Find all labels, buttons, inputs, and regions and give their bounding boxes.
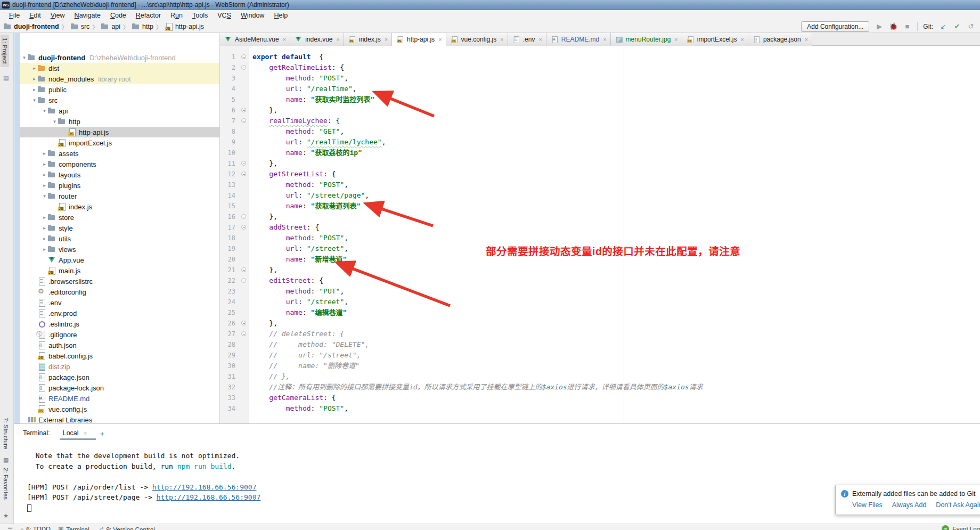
chevron-expanded-icon[interactable]: ▾ bbox=[42, 193, 47, 199]
tab-http-api.js[interactable]: http-api.js× bbox=[392, 33, 446, 46]
menu-item-file[interactable]: File bbox=[4, 12, 24, 19]
chevron-expanded-icon[interactable]: ▾ bbox=[21, 55, 27, 60]
status-item-menu[interactable]: ☰ bbox=[7, 526, 13, 530]
chevron-expanded-icon[interactable]: ▾ bbox=[31, 97, 37, 103]
tree-item-external-libraries[interactable]: External Libraries bbox=[20, 414, 219, 423]
code-line[interactable]: }, bbox=[252, 105, 838, 116]
code-line[interactable]: name: "获取荔枝的ip" bbox=[252, 148, 838, 158]
code-line[interactable]: method: "POST", bbox=[252, 403, 838, 414]
close-icon[interactable]: × bbox=[337, 36, 340, 43]
tree-item-.gitignore[interactable]: .gitignore bbox=[20, 329, 219, 340]
tree-item-readme.md[interactable]: README.md bbox=[20, 393, 219, 404]
tree-item-.env.prod[interactable]: .env.prod bbox=[20, 308, 219, 319]
code-line[interactable]: getRealTimeList: { bbox=[252, 62, 838, 73]
code-line[interactable]: // }, bbox=[252, 371, 838, 382]
chevron-collapsed-icon[interactable]: ▸ bbox=[42, 151, 47, 156]
code-line[interactable]: url: "/street/page", bbox=[252, 190, 838, 201]
fold-marker-icon[interactable] bbox=[241, 161, 246, 166]
tree-item-api[interactable]: ▾api bbox=[20, 105, 219, 116]
tab-index.js[interactable]: index.js× bbox=[344, 33, 392, 46]
code-line[interactable]: // url: "/street", bbox=[252, 350, 838, 361]
code-line[interactable]: }, bbox=[252, 158, 838, 169]
tree-item-utils[interactable]: ▸utils bbox=[20, 233, 219, 244]
notification-link-view-files[interactable]: View Files bbox=[852, 501, 883, 509]
code-line[interactable]: }, bbox=[252, 211, 838, 222]
tree-item-public[interactable]: ▸public bbox=[20, 84, 219, 95]
code-line[interactable]: method: "GET", bbox=[252, 126, 838, 137]
terminal-link[interactable]: http://192.168.66.56:9007 bbox=[152, 483, 257, 491]
code-line[interactable]: getStreetList: { bbox=[252, 169, 838, 180]
tree-item-package.json[interactable]: package.json bbox=[20, 372, 219, 382]
close-icon[interactable]: × bbox=[438, 36, 442, 43]
fold-marker-icon[interactable] bbox=[241, 278, 246, 283]
tree-item-assets[interactable]: ▸assets bbox=[20, 148, 219, 159]
tree-item-auth.json[interactable]: auth.json bbox=[20, 340, 219, 350]
status-item-6--todo[interactable]: ≡6: TODO bbox=[20, 526, 51, 530]
code-line[interactable]: }, bbox=[252, 318, 838, 329]
run-icon[interactable]: ▶ bbox=[875, 22, 884, 30]
tree-item-importexcel.js[interactable]: importExcel.js bbox=[20, 137, 219, 148]
sidebar-item-favorites[interactable]: 2: Favorites bbox=[3, 468, 9, 500]
tree-item-node-modules[interactable]: ▸node_moduleslibrary root bbox=[20, 74, 219, 84]
chevron-expanded-icon[interactable]: ▾ bbox=[42, 108, 47, 113]
tree-item-style[interactable]: ▸style bbox=[20, 223, 219, 233]
code-line[interactable]: // method: "DELETE", bbox=[252, 339, 838, 350]
tree-item-main.js[interactable]: main.js bbox=[20, 265, 219, 276]
tree-item-babel.config.js[interactable]: babel.config.js bbox=[20, 350, 219, 361]
new-terminal-session-button[interactable]: + bbox=[100, 429, 105, 438]
fold-marker-icon[interactable] bbox=[241, 172, 246, 176]
breadcrumb-item-src[interactable]: src bbox=[70, 22, 90, 31]
tree-item-dist.zip[interactable]: dist.zip bbox=[20, 361, 219, 372]
tab-package.json[interactable]: package.json× bbox=[748, 33, 812, 46]
status-item-9--version-control[interactable]: ⎇9: Version Control bbox=[97, 526, 155, 530]
chevron-collapsed-icon[interactable]: ▸ bbox=[42, 247, 47, 252]
fold-marker-icon[interactable] bbox=[241, 214, 246, 219]
history-icon[interactable]: ↺ bbox=[966, 22, 976, 30]
commit-icon[interactable]: ✔ bbox=[952, 22, 962, 30]
tab-menurouter.jpg[interactable]: menuRouter.jpg× bbox=[611, 33, 682, 46]
code-line[interactable]: method: "PUT", bbox=[252, 286, 838, 297]
breadcrumb-item-api[interactable]: api bbox=[101, 22, 120, 31]
terminal-link[interactable]: http://192.168.66.56:9007 bbox=[157, 493, 261, 501]
menu-item-code[interactable]: Code bbox=[105, 12, 131, 19]
code-line[interactable]: name: "获取实时监控列表" bbox=[252, 94, 838, 105]
close-icon[interactable]: × bbox=[500, 36, 503, 43]
chevron-expanded-icon[interactable]: ▾ bbox=[52, 119, 58, 124]
code-line[interactable]: //注释：所有用到删除的接口都需要拼接变量id，所以请求方式采用了挂载在原型链上… bbox=[252, 382, 838, 393]
code-line[interactable]: // deleteStreet: { bbox=[252, 329, 838, 339]
fold-marker-icon[interactable] bbox=[241, 118, 246, 123]
code-line[interactable]: url: "/realTime", bbox=[252, 84, 838, 94]
code-line[interactable]: realTimeLychee: { bbox=[252, 116, 838, 126]
code-line[interactable]: method: "POST", bbox=[252, 233, 838, 243]
fold-marker-icon[interactable] bbox=[241, 225, 246, 230]
close-icon[interactable]: × bbox=[283, 36, 286, 43]
close-icon[interactable]: × bbox=[674, 36, 677, 43]
tree-item-layouts[interactable]: ▸layouts bbox=[20, 169, 219, 180]
tree-item-vue.config.js[interactable]: vue.config.js bbox=[20, 404, 219, 414]
event-log-button[interactable]: 2 Event Log bbox=[942, 525, 980, 530]
sidebar-item-project[interactable]: 1: Project bbox=[1, 35, 9, 67]
fold-marker-icon[interactable] bbox=[241, 321, 246, 325]
chevron-collapsed-icon[interactable]: ▸ bbox=[42, 172, 47, 177]
menu-item-view[interactable]: View bbox=[46, 12, 70, 19]
menu-item-refactor[interactable]: Refactor bbox=[131, 12, 166, 19]
close-icon[interactable]: × bbox=[805, 36, 808, 43]
chevron-collapsed-icon[interactable]: ▸ bbox=[31, 76, 37, 81]
tab-vue.config.js[interactable]: vue.config.js× bbox=[446, 33, 508, 46]
tree-item-index.js[interactable]: index.js bbox=[20, 201, 219, 212]
tab-readme.md[interactable]: README.md× bbox=[546, 33, 611, 46]
tree-item-duoji-frontend[interactable]: ▾duoji-frontendD:\zheheWeb\duoji-fronten… bbox=[20, 52, 219, 63]
update-project-icon[interactable]: ↙ bbox=[938, 22, 948, 30]
code-line[interactable]: url: "/street", bbox=[252, 297, 838, 307]
tab-importexcel.js[interactable]: importExcel.js× bbox=[682, 33, 748, 46]
chevron-collapsed-icon[interactable]: ▸ bbox=[31, 87, 37, 92]
chevron-collapsed-icon[interactable]: ▸ bbox=[42, 215, 47, 220]
menu-item-tools[interactable]: Tools bbox=[187, 12, 213, 19]
fold-marker-icon[interactable] bbox=[241, 54, 246, 59]
menu-item-window[interactable]: Window bbox=[236, 12, 269, 19]
tree-item-store[interactable]: ▸store bbox=[20, 212, 219, 223]
code-line[interactable]: editStreet: { bbox=[252, 275, 838, 286]
close-icon[interactable]: × bbox=[740, 36, 744, 43]
tree-item-.env[interactable]: .env bbox=[20, 297, 219, 308]
tab-index.vue[interactable]: index.vue× bbox=[290, 33, 344, 46]
